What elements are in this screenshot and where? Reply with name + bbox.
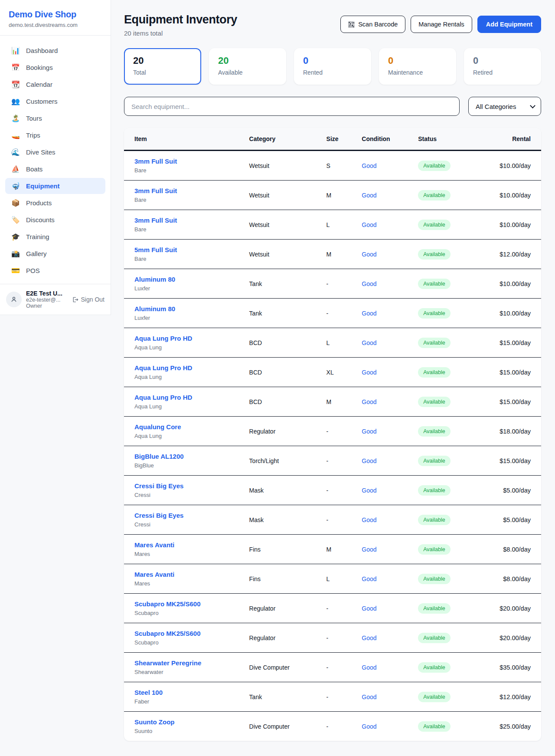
item-condition-link[interactable]: Good [362,605,376,612]
item-rental-rate: $12.00/day [491,239,541,269]
item-condition-link[interactable]: Good [362,162,376,169]
item-category: BCD [249,328,326,357]
stat-card[interactable]: 20 Total [124,48,201,85]
item-condition-link[interactable]: Good [362,664,376,671]
item-name-link[interactable]: Aluminum 80 [134,305,175,312]
item-condition-link[interactable]: Good [362,369,376,376]
status-badge: Available [418,308,451,319]
item-name-link[interactable]: Aqua Lung Pro HD [134,335,192,342]
item-category: Wetsuit [249,239,326,269]
status-badge: Available [418,515,451,525]
item-name-link[interactable]: Cressi Big Eyes [134,512,183,519]
item-condition-link[interactable]: Good [362,546,376,553]
sidebar-item-customers[interactable]: 👥 Customers [5,93,105,109]
sidebar-item-training[interactable]: 🎓 Training [5,229,105,245]
item-condition-link[interactable]: Good [362,221,376,228]
sidebar-item-dashboard[interactable]: 📊 Dashboard [5,43,105,59]
item-condition-link[interactable]: Good [362,428,376,435]
item-condition-link[interactable]: Good [362,339,376,346]
item-condition-link[interactable]: Good [362,487,376,494]
stat-card[interactable]: 0 Rented [294,48,371,85]
item-condition-link[interactable]: Good [362,634,376,641]
search-input[interactable] [124,97,460,116]
user-name: E2E Test U... [26,290,68,297]
sidebar-item-discounts[interactable]: 🏷️ Discounts [5,212,105,228]
item-size: M [326,387,362,416]
item-name-link[interactable]: Aqua Lung Pro HD [134,394,192,401]
item-condition-link[interactable]: Good [362,310,376,317]
sidebar-item-calendar[interactable]: 📆 Calendar [5,76,105,92]
item-condition-link[interactable]: Good [362,398,376,405]
item-name-link[interactable]: Steel 100 [134,689,163,696]
item-condition-link[interactable]: Good [362,723,376,730]
sidebar-item-boats[interactable]: ⛵ Boats [5,161,105,177]
sidebar-item-equipment[interactable]: 🤿 Equipment [5,178,105,194]
stat-card[interactable]: 0 Maintenance [379,48,456,85]
item-rental-rate: $35.00/day [491,652,541,682]
item-condition-link[interactable]: Good [362,280,376,287]
status-badge: Available [418,662,451,673]
user-section: E2E Test U... e2e-tester@... Owner Sign … [0,284,111,315]
item-condition-link[interactable]: Good [362,192,376,199]
item-name-link[interactable]: Aqua Lung Pro HD [134,364,192,371]
sidebar-item-gallery[interactable]: 📸 Gallery [5,246,105,262]
item-name-link[interactable]: 5mm Full Suit [134,246,177,253]
add-equipment-button[interactable]: Add Equipment [477,16,541,33]
item-name-link[interactable]: Aluminum 80 [134,276,175,283]
table-row: Cressi Big Eyes Cressi Mask - Good Avail… [124,475,541,505]
sidebar-item-icon: 📸 [11,250,20,257]
brand-block: Demo Dive Shop demo.test.divestreams.com [0,0,111,35]
table-row: Aqua Lung Pro HD Aqua Lung BCD L Good Av… [124,328,541,357]
sidebar-item-tours[interactable]: 🏝️ Tours [5,110,105,126]
user-role: Owner [26,303,68,309]
item-name-link[interactable]: Scubapro MK25/S600 [134,630,201,637]
table-row: Aqua Lung Pro HD Aqua Lung BCD XL Good A… [124,357,541,387]
item-name-link[interactable]: 3mm Full Suit [134,187,177,194]
sidebar-item-label: Training [26,233,49,240]
item-name-link[interactable]: Mares Avanti [134,571,174,578]
user-email: e2e-tester@... [26,297,68,303]
stat-card[interactable]: 20 Available [209,48,286,85]
sidebar-item-products[interactable]: 📦 Products [5,195,105,211]
item-condition-link[interactable]: Good [362,516,376,523]
item-category: BCD [249,387,326,416]
item-condition-link[interactable]: Good [362,694,376,700]
item-name-link[interactable]: Shearwater Peregrine [134,659,201,667]
sidebar-item-bookings[interactable]: 📅 Bookings [5,59,105,76]
page-header: Equipment Inventory 20 items total Scan … [124,13,541,37]
sign-out-button[interactable]: Sign Out [72,296,104,303]
stats-row: 20 Total 20 Available 0 Rented 0 Mainten… [124,48,541,85]
scan-barcode-button[interactable]: Scan Barcode [340,16,405,33]
category-select[interactable]: All Categories [468,97,541,116]
item-category: Regulator [249,593,326,623]
item-condition-link[interactable]: Good [362,457,376,464]
item-condition-link[interactable]: Good [362,251,376,258]
barcode-scan-icon [348,21,355,28]
sidebar-item-icon: ⛵ [11,166,20,173]
manage-rentals-button[interactable]: Manage Rentals [411,16,472,33]
item-rental-rate: $10.00/day [491,180,541,210]
item-name-link[interactable]: BigBlue AL1200 [134,453,184,460]
stat-value: 0 [303,55,362,66]
item-name-link[interactable]: Mares Avanti [134,541,174,549]
sidebar-item-trips[interactable]: 🚤 Trips [5,127,105,143]
item-name-link[interactable]: 3mm Full Suit [134,158,177,165]
item-name-link[interactable]: Aqualung Core [134,423,181,431]
sidebar-item-icon: 🏝️ [11,115,20,122]
status-badge: Available [418,190,451,201]
item-name-link[interactable]: Suunto Zoop [134,718,174,726]
item-name-link[interactable]: Cressi Big Eyes [134,482,183,490]
sidebar-item-dive-sites[interactable]: 🌊 Dive Sites [5,144,105,160]
sidebar-item-pos[interactable]: 💳 POS [5,263,105,279]
item-brand: Faber [134,698,249,705]
stat-label: Total [133,69,192,76]
table-row: Mares Avanti Mares Fins M Good Available… [124,534,541,564]
item-name-link[interactable]: 3mm Full Suit [134,217,177,224]
manage-rentals-label: Manage Rentals [418,21,464,28]
item-condition-link[interactable]: Good [362,575,376,582]
item-name-link[interactable]: Scubapro MK25/S600 [134,600,201,608]
sign-out-label: Sign Out [81,296,104,303]
item-size: - [326,593,362,623]
brand-name[interactable]: Demo Dive Shop [9,10,102,20]
stat-card[interactable]: 0 Retired [464,48,541,85]
